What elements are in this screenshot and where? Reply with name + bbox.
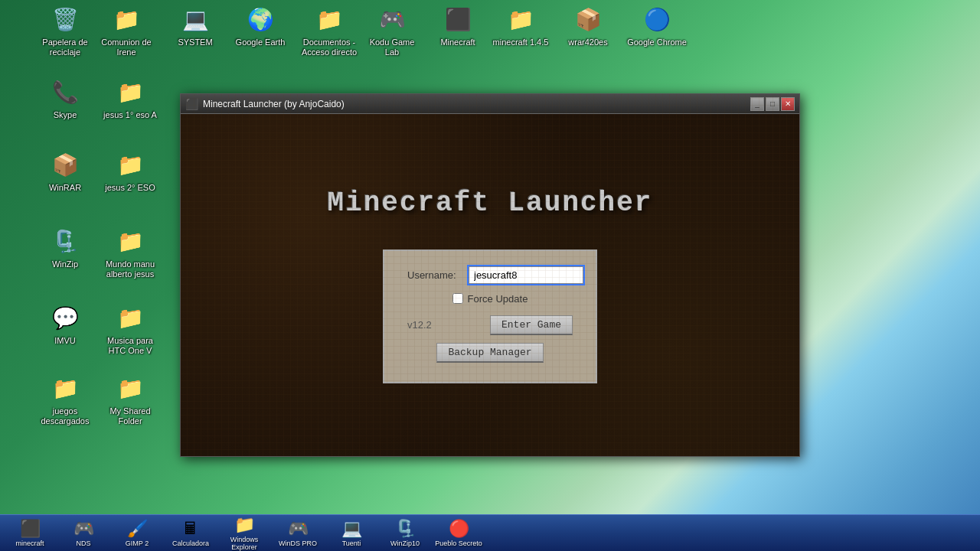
jesus1-icon: 📁 [115,77,145,107]
version-label: v12.2 [407,319,432,331]
wrar-label: wrar420es [568,37,607,47]
winzip-icon: 🗜️ [50,226,80,256]
desktop-icon-winrar[interactable]: 📦 WinRAR [34,149,96,193]
launcher-title: Minecraft Launcher [328,187,653,219]
winzip-label: WinZip [52,259,78,269]
window-title: Minecraft Launcher (by AnjoCaido) [203,99,750,109]
minecraft-desk-icon: ⬛ [443,4,473,34]
desktop-icon-documentos[interactable]: 📁 Documentos - Acceso directo [295,4,364,57]
force-update-label: Force Update [468,293,528,305]
close-button[interactable]: ✕ [781,97,795,111]
desktop-icon-mc145[interactable]: 📁 minecraft 1.4.5 [490,4,551,47]
taskbar-calc-label: Calculadora [172,540,209,548]
window-titlebar: ⬛ Minecraft Launcher (by AnjoCaido) _ □ … [181,94,799,114]
documentos-icon: 📁 [314,4,345,34]
backup-row: Backup Manager [407,343,573,363]
desktop-icon-shared[interactable]: 📁 My Shared Folder [100,373,161,426]
mundo-icon: 📁 [115,226,145,256]
minecraft-desk-label: Minecraft [440,37,475,47]
desktop-icon-winzip[interactable]: 🗜️ WinZip [34,226,96,269]
papelera-icon: 🗑️ [50,4,80,34]
shared-label: My Shared Folder [100,406,161,426]
taskbar-winzip10-icon: 🗜️ [395,519,416,539]
desktop-icon-juegos[interactable]: 📁 juegos descargados [34,373,96,426]
taskbar-nds-label: NDS [76,540,90,548]
taskbar: ⬛ minecraft 🎮 NDS 🖌️ GIMP 2 🖩 Calculador… [0,514,980,551]
window-controls: _ □ ✕ [750,97,795,111]
desktop-icon-kodu[interactable]: 🎮 Kodu Game Lab [361,4,423,57]
juegos-icon: 📁 [50,373,80,403]
desktop-icon-minecraft[interactable]: ⬛ Minecraft [427,4,488,47]
username-label: Username: [407,269,461,281]
launcher-content: Minecraft Launcher Username: Force Updat… [181,114,799,456]
desktop: 🗑️ Papelera de reciclaje 📁 Comunion de I… [0,0,980,551]
skype-label: Skype [54,110,77,120]
comunion-label: Comunion de Irene [96,37,157,57]
taskbar-gimp-icon: 🖌️ [127,519,148,539]
launcher-form: Username: Force Update v12.2 Enter Game … [383,249,597,383]
comunion-icon: 📁 [111,4,142,34]
desktop-icon-jesus1[interactable]: 📁 jesus 1° eso A [100,77,161,120]
winrar-icon: 📦 [50,149,80,180]
action-row: v12.2 Enter Game [407,315,573,335]
window-app-icon: ⬛ [185,98,198,110]
taskbar-pueblo[interactable]: 🔴 Pueblo Secreto [432,517,485,550]
taskbar-gimp[interactable]: 🖌️ GIMP 2 [110,517,164,550]
desktop-icon-mundo[interactable]: 📁 Mundo manu alberto jesus [100,226,161,279]
imvu-label: IMVU [54,336,76,346]
username-input[interactable] [469,266,583,284]
system-label: SYSTEM [178,37,212,47]
chrome-label: Google Chrome [627,37,687,47]
minimize-button[interactable]: _ [750,97,764,111]
desktop-icon-google-earth[interactable]: 🌍 Google Earth [230,4,291,47]
jesus2-icon: 📁 [115,149,145,180]
taskbar-winds[interactable]: 🎮 WinDS PRO [271,517,325,550]
desktop-icon-imvu[interactable]: 💬 IMVU [34,302,96,346]
enter-game-button[interactable]: Enter Game [490,315,573,335]
documentos-label: Documentos - Acceso directo [295,37,364,57]
taskbar-calculadora[interactable]: 🖩 Calculadora [164,517,217,550]
juegos-label: juegos descargados [34,406,96,426]
musica-icon: 📁 [115,302,145,333]
desktop-icon-jesus2[interactable]: 📁 jesus 2° ESO [100,149,161,193]
desktop-icon-skype[interactable]: 📞 Skype [34,77,96,120]
desktop-icon-chrome[interactable]: 🔵 Google Chrome [626,4,688,47]
kodu-icon: 🎮 [377,4,407,34]
taskbar-pueblo-icon: 🔴 [449,519,469,539]
desktop-icon-system[interactable]: 💻 SYSTEM [165,4,226,47]
taskbar-minecraft-icon: ⬛ [20,519,41,539]
jesus2-label: jesus 2° ESO [105,183,155,193]
taskbar-gimp-label: GIMP 2 [126,540,149,548]
chrome-icon: 🔵 [642,4,672,34]
taskbar-tuenti-icon: 💻 [341,519,362,539]
mc145-label: minecraft 1.4.5 [493,37,549,47]
taskbar-nds-icon: 🎮 [74,519,94,539]
taskbar-winzip10-label: WinZip10 [390,540,420,548]
taskbar-winds-label: WinDS PRO [279,540,317,548]
taskbar-nds[interactable]: 🎮 NDS [57,517,110,550]
desktop-icon-papelera[interactable]: 🗑️ Papelera de reciclaje [34,4,96,57]
taskbar-calc-icon: 🖩 [182,519,199,539]
force-update-row: Force Update [407,293,573,305]
skype-icon: 📞 [50,77,80,107]
taskbar-minecraft[interactable]: ⬛ minecraft [3,517,57,550]
taskbar-pueblo-label: Pueblo Secreto [435,540,482,548]
taskbar-minecraft-label: minecraft [15,540,44,548]
taskbar-winds-icon: 🎮 [288,519,309,539]
desktop-icon-musica[interactable]: 📁 Musica para HTC One V [100,302,161,356]
maximize-button[interactable]: □ [766,97,779,111]
taskbar-winzip10[interactable]: 🗜️ WinZip10 [378,517,432,550]
system-icon: 💻 [180,4,211,34]
taskbar-explorer-label: Windows Explorer [219,536,270,551]
mundo-label: Mundo manu alberto jesus [100,259,161,279]
desktop-icon-comunion[interactable]: 📁 Comunion de Irene [96,4,157,57]
musica-label: Musica para HTC One V [100,336,161,356]
papelera-label: Papelera de reciclaje [34,37,96,57]
force-update-checkbox[interactable] [452,293,463,304]
google-earth-icon: 🌍 [245,4,276,34]
taskbar-tuenti[interactable]: 💻 Tuenti [325,517,378,550]
google-earth-label: Google Earth [236,37,286,47]
backup-manager-button[interactable]: Backup Manager [436,343,543,363]
taskbar-explorer[interactable]: 📁 Windows Explorer [217,517,271,550]
desktop-icon-wrar[interactable]: 📦 wrar420es [557,4,619,47]
